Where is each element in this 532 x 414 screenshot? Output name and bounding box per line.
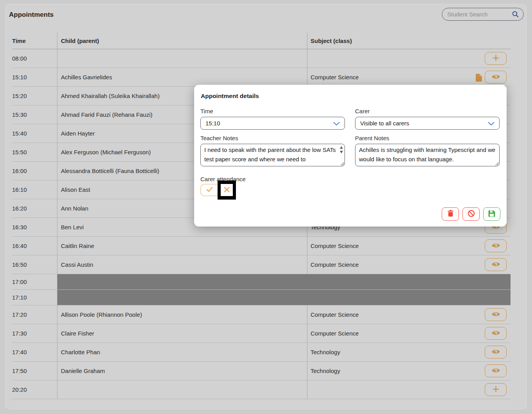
row-child: Danielle Graham <box>57 362 307 380</box>
add-appointment-button[interactable] <box>485 52 507 65</box>
row-child <box>57 380 307 399</box>
table-row: 17:40Charlotte PhanTechnology <box>12 343 511 362</box>
row-time: 20:20 <box>12 380 57 399</box>
resize-handle-icon[interactable] <box>341 162 344 166</box>
delete-appointment-button[interactable] <box>442 207 459 221</box>
carer-label: Carer <box>355 108 500 114</box>
row-time: 16:30 <box>12 218 57 236</box>
teacher-notes-label: Teacher Notes <box>200 135 345 141</box>
cancel-appointment-button[interactable] <box>462 207 480 221</box>
subject-label: Computer Science <box>311 261 359 268</box>
table-row: 17:20Allison Poole (Rhiannon Poole)Compu… <box>12 305 511 324</box>
row-actions <box>476 68 507 86</box>
eye-icon <box>491 311 500 318</box>
row-actions <box>485 324 507 343</box>
view-appointment-button[interactable] <box>485 346 507 359</box>
view-appointment-button[interactable] <box>485 71 507 84</box>
row-time: 17:50 <box>12 362 57 380</box>
resize-handle-icon[interactable] <box>495 162 499 166</box>
row-time: 16:40 <box>12 237 57 255</box>
blocked-timeslot <box>57 290 511 305</box>
table-row: 15:10Achilles GavrielidesComputer Scienc… <box>12 68 511 87</box>
carer-select[interactable]: Visible to all carers <box>355 117 500 130</box>
row-subject-cell <box>307 49 511 68</box>
subject-label: Technology <box>311 349 340 355</box>
row-time: 17:40 <box>12 343 57 361</box>
row-child: Claire Fisher <box>57 324 307 343</box>
modal-title: Appointment details <box>201 93 500 100</box>
plus-icon <box>493 55 499 62</box>
row-time: 16:50 <box>12 255 57 274</box>
row-time: 17:30 <box>12 324 57 343</box>
table-row: 16:40Caitlin RaineComputer Science <box>12 237 511 255</box>
row-subject-cell: Computer Science <box>307 255 511 274</box>
scroll-down-arrow-icon[interactable] <box>340 151 343 153</box>
row-child: Caitlin Raine <box>57 237 307 255</box>
eye-icon <box>491 74 500 81</box>
row-time: 16:10 <box>12 180 57 199</box>
row-time: 17:00 <box>12 274 57 289</box>
time-select[interactable]: 15:10 <box>200 117 345 130</box>
x-icon <box>224 187 230 194</box>
carer-select-value: Visible to all carers <box>360 120 409 127</box>
view-appointment-button[interactable] <box>485 364 507 377</box>
row-subject-cell: Technology <box>307 343 511 361</box>
attendance-yes-button[interactable] <box>200 184 218 196</box>
row-time: 15:30 <box>12 105 57 124</box>
row-actions <box>485 380 507 399</box>
time-select-value: 15:10 <box>205 120 220 127</box>
note-icon <box>476 74 482 82</box>
eye-icon <box>491 349 500 356</box>
row-child: Allison Poole (Rhiannon Poole) <box>57 305 307 324</box>
row-subject-cell: Computer Science <box>307 237 511 255</box>
eye-icon <box>491 330 500 337</box>
parent-notes-label: Parent Notes <box>355 135 500 141</box>
subject-label: Computer Science <box>311 74 359 80</box>
trash-icon <box>447 210 454 218</box>
row-actions <box>485 305 507 324</box>
attendance-no-focus-ring <box>218 180 236 200</box>
view-appointment-button[interactable] <box>485 308 507 321</box>
table-row: 17:50Danielle GrahamTechnology <box>12 362 511 380</box>
eye-icon <box>491 368 500 375</box>
row-time: 17:10 <box>12 290 57 305</box>
save-appointment-button[interactable] <box>483 207 500 221</box>
save-icon <box>488 210 495 218</box>
table-row: 17:00 <box>12 274 511 290</box>
attendance-no-button[interactable] <box>221 184 233 196</box>
time-label: Time <box>200 108 345 114</box>
subject-label: Computer Science <box>311 243 359 249</box>
row-subject-cell: Computer Science <box>307 305 511 324</box>
view-appointment-button[interactable] <box>485 327 507 340</box>
textarea-scrollbar[interactable] <box>339 146 343 153</box>
add-appointment-button[interactable] <box>485 383 507 396</box>
subject-label: Technology <box>311 368 340 374</box>
subject-label: Computer Science <box>311 311 359 318</box>
parent-notes-textarea[interactable]: Achilles is struggling with learning Typ… <box>355 144 500 166</box>
row-time: 08:00 <box>12 49 57 68</box>
view-appointment-button[interactable] <box>485 239 507 252</box>
appointment-details-modal: Appointment details Time 15:10 Carer Vis… <box>194 85 507 227</box>
column-header-subject: Subject (class) <box>307 32 511 49</box>
eye-icon <box>491 243 500 250</box>
table-row: 17:10 <box>12 290 511 305</box>
search-icon[interactable] <box>512 11 519 18</box>
block-icon <box>468 210 475 218</box>
row-time: 16:20 <box>12 199 57 218</box>
eye-icon <box>491 261 500 268</box>
subject-label: Computer Science <box>311 330 359 337</box>
blocked-timeslot <box>57 274 511 289</box>
row-child: Achilles Gavrielides <box>57 68 307 86</box>
student-search <box>442 8 524 21</box>
row-child: Cassi Austin <box>57 255 307 274</box>
teacher-notes-textarea[interactable]: I need to speak with the parent about th… <box>200 144 345 166</box>
row-child: Charlotte Phan <box>57 343 307 361</box>
table-row: 20:20 <box>12 380 511 399</box>
row-time: 15:50 <box>12 143 57 161</box>
view-appointment-button[interactable] <box>485 258 507 271</box>
search-input[interactable] <box>447 11 512 18</box>
row-subject-cell: Technology <box>307 362 511 380</box>
scroll-up-arrow-icon[interactable] <box>340 146 343 149</box>
table-row: 16:50Cassi AustinComputer Science <box>12 255 511 274</box>
table-row: 08:00 <box>12 49 511 68</box>
